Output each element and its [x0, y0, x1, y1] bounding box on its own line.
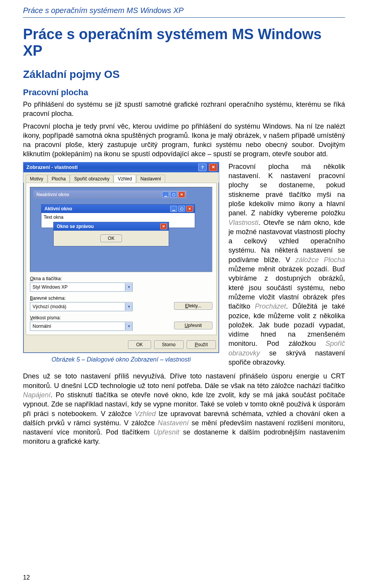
label-color-scheme: Barevné schéma: [30, 296, 212, 301]
heading-2: Základní pojmy OS [23, 68, 345, 81]
preview-inactive-window: Neaktivní okno ▁ ▢ ✕ [33, 190, 187, 199]
paragraph-bottom: Dnes už se toto nastavení příliš nevyuží… [23, 372, 345, 446]
combo-font-size[interactable]: Normální ▾ [30, 322, 133, 331]
combo-windows-style[interactable]: Styl Windows XP ▾ [30, 282, 133, 292]
label-font-size: Velikost písma: [30, 315, 212, 320]
combo-color-scheme[interactable]: Výchozí (modrá) ▾ [30, 302, 133, 311]
dialog-title: Zobrazení - vlastnosti [26, 164, 196, 170]
paragraph-intro-1: Po přihlášení do systému se již spustí s… [23, 100, 345, 119]
tab-nastaveni[interactable]: Nastavení [136, 175, 165, 183]
combo-value: Výchozí (modrá) [33, 304, 66, 309]
preview-inactive-title: Neaktivní okno [36, 192, 69, 197]
figure-caption: Obrázek 5 – Dialogové okno Zobrazení – v… [23, 356, 219, 363]
paragraph-right: Pracovní plocha má několik nastavení. K … [228, 162, 345, 367]
heading-1: Práce s operačním systémem MS Windows XP [23, 26, 345, 59]
tab-plocha[interactable]: Plocha [48, 175, 70, 183]
preview-active-title: Aktivní okno [44, 206, 72, 211]
close-icon: ✕ [178, 192, 185, 198]
combo-value: Styl Windows XP [33, 284, 67, 290]
heading-3: Pracovní plocha [23, 88, 345, 97]
help-icon[interactable]: ? [198, 164, 207, 171]
tab-panel-vzhled: Neaktivní okno ▁ ▢ ✕ Aktivní okno [26, 183, 217, 335]
combo-value: Normální [33, 324, 51, 329]
dialog-tabstrip: Motivy Plocha Spořič obrazovky Vzhled Na… [23, 172, 219, 183]
preview-message-title: Okno se zprávou [57, 224, 94, 229]
maximize-icon: ▢ [178, 206, 185, 212]
close-icon[interactable]: ✕ [209, 164, 217, 171]
advanced-button[interactable]: Upřesnit [174, 322, 212, 329]
chevron-down-icon[interactable]: ▾ [125, 322, 132, 330]
tab-vzhled[interactable]: Vzhled [113, 175, 136, 183]
close-icon: ✕ [186, 206, 193, 212]
close-icon: ✕ [160, 223, 167, 230]
xp-display-properties-dialog: Zobrazení - vlastnosti ? ✕ Motivy Plocha… [23, 162, 219, 353]
tab-sporic[interactable]: Spořič obrazovky [70, 175, 113, 183]
label-windows-buttons: Okna a tlačítka: [30, 276, 212, 281]
minimize-icon: ▁ [162, 192, 169, 198]
dialog-footer: OK Storno Použít [23, 337, 219, 353]
page-number: 12 [23, 574, 30, 581]
running-header: Práce s operačním systémem MS Windows XP [23, 0, 345, 18]
ok-button[interactable]: OK [128, 340, 151, 349]
chevron-down-icon[interactable]: ▾ [125, 283, 132, 291]
preview-message-window: Okno se zprávou ✕ OK [53, 222, 169, 246]
apply-button[interactable]: Použít [187, 340, 216, 349]
minimize-icon: ▁ [170, 206, 177, 212]
effects-button[interactable]: Efekty... [174, 302, 212, 310]
cancel-button[interactable]: Storno [154, 340, 184, 349]
dialog-titlebar[interactable]: Zobrazení - vlastnosti ? ✕ [23, 162, 219, 172]
paragraph-intro-2: Pracovní plocha je tedy první věc, ktero… [23, 122, 345, 159]
chevron-down-icon[interactable]: ▾ [125, 303, 132, 311]
maximize-icon: ▢ [170, 192, 177, 198]
preview-ok-button[interactable]: OK [100, 235, 122, 242]
style-preview: Neaktivní okno ▁ ▢ ✕ Aktivní okno [30, 187, 212, 272]
tab-motivy[interactable]: Motivy [26, 175, 48, 183]
